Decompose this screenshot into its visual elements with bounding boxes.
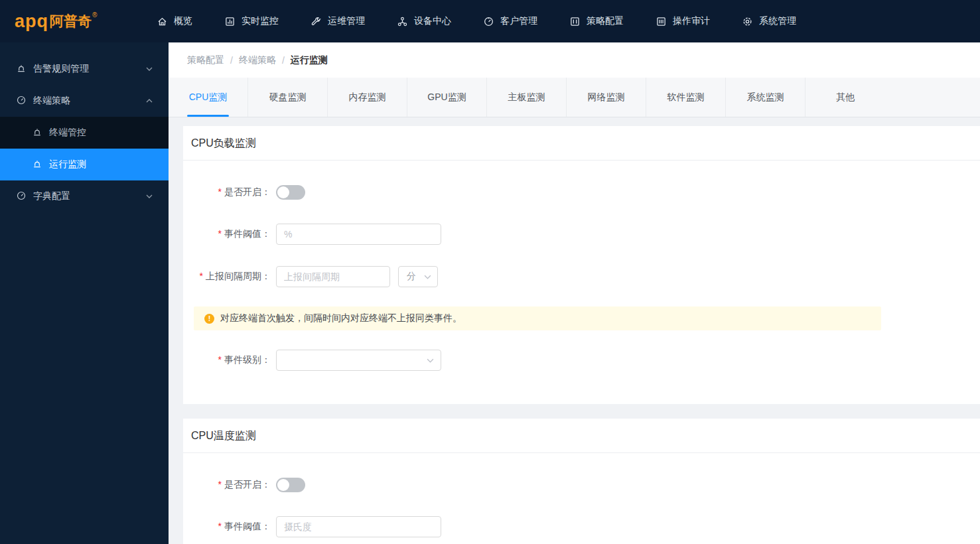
nav-label: 设备中心 bbox=[414, 15, 451, 27]
sitemap-icon bbox=[397, 16, 408, 27]
top-navbar: apq 阿普奇 ® 概览 实时监控 运维管理 设备中心 客户管理 策略配置 bbox=[0, 0, 980, 42]
threshold-label: *事件阈值： bbox=[183, 228, 271, 240]
nav-system-management[interactable]: 系统管理 bbox=[726, 0, 812, 42]
nav-operation-audit[interactable]: 操作审计 bbox=[640, 0, 726, 42]
first-trigger-alert: ! 对应终端首次触发，间隔时间内对应终端不上报同类事件。 bbox=[194, 306, 881, 330]
required-mark: * bbox=[218, 354, 222, 365]
tab-software[interactable]: 软件监测 bbox=[646, 78, 726, 117]
nav-ops-management[interactable]: 运维管理 bbox=[295, 0, 381, 42]
enable-label: *是否开启： bbox=[183, 479, 271, 491]
sidebar-item-label: 字典配置 bbox=[33, 190, 70, 202]
nav-label: 概览 bbox=[174, 15, 192, 27]
chevron-down-icon bbox=[146, 67, 153, 71]
gauge-icon bbox=[16, 95, 27, 107]
sidebar-item-label: 告警规则管理 bbox=[33, 63, 89, 75]
tab-gpu[interactable]: GPU监测 bbox=[407, 78, 487, 117]
chevron-down-icon bbox=[427, 358, 434, 363]
cpu-load-interval-input[interactable] bbox=[276, 266, 390, 287]
sidebar-item-label: 终端策略 bbox=[33, 95, 70, 107]
nav-label: 运维管理 bbox=[328, 15, 365, 27]
chevron-down-icon bbox=[146, 194, 153, 198]
alarm-icon bbox=[16, 63, 27, 76]
alarm-icon bbox=[32, 127, 42, 139]
breadcrumb-separator: / bbox=[282, 55, 285, 66]
realtime-monitor-icon bbox=[224, 16, 236, 27]
alert-text: 对应终端首次触发，间隔时间内对应终端不上报同类事件。 bbox=[220, 312, 462, 324]
nav-device-center[interactable]: 设备中心 bbox=[381, 0, 467, 42]
nav-label: 实时监控 bbox=[242, 15, 279, 27]
unit-select-value: 分 bbox=[407, 271, 416, 283]
switch-knob bbox=[277, 479, 289, 491]
tab-disk[interactable]: 硬盘监测 bbox=[248, 78, 328, 117]
cpu-load-interval-unit-select[interactable]: 分 bbox=[398, 266, 438, 287]
threshold-label: *事件阈值： bbox=[183, 521, 271, 533]
policy-grid-icon bbox=[569, 16, 581, 27]
cpu-temp-threshold-input[interactable] bbox=[276, 516, 441, 537]
monitor-tabs: CPU监测 硬盘监测 内存监测 GPU监测 主板监测 网络监测 软件监测 系统监… bbox=[169, 78, 980, 117]
main-content: 策略配置 / 终端策略 / 运行监测 CPU监测 硬盘监测 内存监测 GPU监测… bbox=[169, 0, 980, 544]
home-icon bbox=[157, 16, 168, 27]
gear-icon bbox=[742, 16, 753, 27]
audit-grid-icon bbox=[656, 16, 667, 27]
tab-cpu[interactable]: CPU监测 bbox=[169, 78, 248, 117]
cpu-load-monitor-card: CPU负载监测 *是否开启： *事件阈值： *上报间隔周期： 分 bbox=[183, 126, 980, 404]
registered-mark: ® bbox=[92, 11, 97, 19]
sidebar-subitem-runtime-monitor[interactable]: 运行监测 bbox=[0, 149, 169, 180]
nav-label: 策略配置 bbox=[587, 15, 624, 27]
tab-network[interactable]: 网络监测 bbox=[567, 78, 646, 117]
nav-realtime-monitor[interactable]: 实时监控 bbox=[208, 0, 295, 42]
cpu-load-threshold-input[interactable] bbox=[276, 224, 441, 245]
nav-customer-management[interactable]: 客户管理 bbox=[467, 0, 553, 42]
event-level-label: *事件级别： bbox=[183, 354, 271, 366]
warning-info-icon: ! bbox=[204, 314, 214, 324]
chevron-up-icon bbox=[146, 99, 153, 103]
sidebar-item-alarm-rules[interactable]: 告警规则管理 bbox=[0, 53, 169, 85]
cpu-load-enable-switch[interactable] bbox=[276, 185, 305, 200]
cpu-temp-enable-switch[interactable] bbox=[276, 478, 305, 492]
cpu-load-event-level-select[interactable] bbox=[276, 350, 441, 371]
tab-system[interactable]: 系统监测 bbox=[726, 78, 805, 117]
wrench-icon bbox=[311, 16, 322, 27]
sidebar-item-terminal-policy[interactable]: 终端策略 bbox=[0, 85, 169, 117]
required-mark: * bbox=[218, 228, 222, 239]
brand-logo: apq 阿普奇 ® bbox=[0, 11, 141, 31]
brand-logo-cn: 阿普奇 bbox=[50, 11, 92, 31]
sidebar-subitem-terminal-control[interactable]: 终端管控 bbox=[0, 117, 169, 149]
sidebar-item-dict-config[interactable]: 字典配置 bbox=[0, 180, 169, 212]
brand-logo-text: apq bbox=[15, 11, 48, 31]
breadcrumb-current: 运行监测 bbox=[291, 54, 328, 66]
section-title: CPU温度监测 bbox=[183, 419, 980, 453]
section-title: CPU负载监测 bbox=[183, 126, 980, 161]
required-mark: * bbox=[218, 521, 222, 531]
nav-policy-config[interactable]: 策略配置 bbox=[553, 0, 640, 42]
required-mark: * bbox=[218, 479, 222, 490]
switch-knob bbox=[277, 186, 289, 198]
required-mark: * bbox=[200, 271, 203, 281]
tab-memory[interactable]: 内存监测 bbox=[328, 78, 407, 117]
nav-label: 系统管理 bbox=[759, 15, 796, 27]
interval-label: *上报间隔周期： bbox=[183, 271, 271, 283]
gauge-icon bbox=[16, 190, 27, 203]
gauge-icon bbox=[483, 16, 494, 27]
nav-overview[interactable]: 概览 bbox=[141, 0, 208, 42]
breadcrumb: 策略配置 / 终端策略 / 运行监测 bbox=[169, 42, 980, 78]
breadcrumb-link-terminal-policy[interactable]: 终端策略 bbox=[239, 54, 276, 66]
sidebar: 告警规则管理 终端策略 终端管控 运行监测 字典配置 bbox=[0, 42, 169, 544]
enable-label: *是否开启： bbox=[183, 186, 271, 198]
sidebar-subitem-label: 终端管控 bbox=[49, 127, 86, 139]
tab-mainboard[interactable]: 主板监测 bbox=[487, 78, 567, 117]
sidebar-subitem-label: 运行监测 bbox=[49, 159, 86, 170]
alarm-icon bbox=[32, 159, 42, 171]
cpu-temp-monitor-card: CPU温度监测 *是否开启： *事件阈值： bbox=[183, 419, 980, 544]
chevron-down-icon bbox=[424, 275, 431, 279]
tab-other[interactable]: 其他 bbox=[805, 78, 885, 117]
required-mark: * bbox=[218, 186, 222, 197]
top-menu: 概览 实时监控 运维管理 设备中心 客户管理 策略配置 操作审计 系统管理 bbox=[141, 0, 812, 42]
breadcrumb-separator: / bbox=[230, 55, 233, 66]
nav-label: 操作审计 bbox=[673, 15, 710, 27]
breadcrumb-link-policy-config[interactable]: 策略配置 bbox=[187, 54, 224, 66]
sidebar-submenu: 终端管控 运行监测 bbox=[0, 117, 169, 180]
nav-label: 客户管理 bbox=[500, 15, 537, 27]
